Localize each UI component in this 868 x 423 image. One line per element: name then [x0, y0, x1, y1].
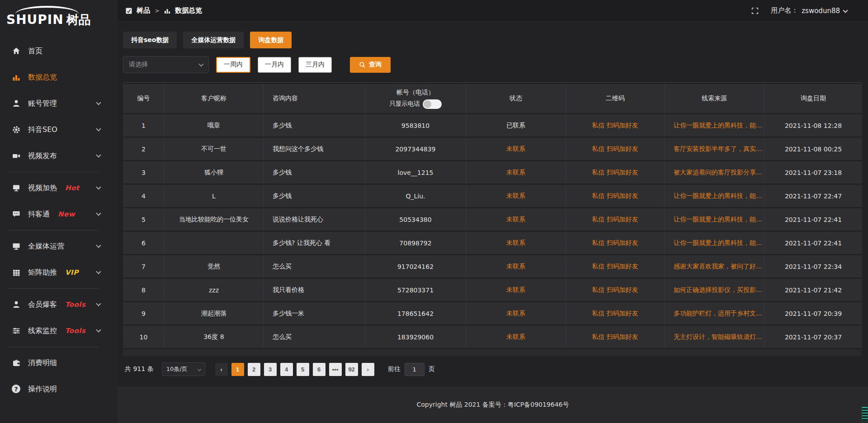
chevron-down-icon: [96, 152, 101, 157]
cell-status: 已联系: [466, 114, 566, 136]
page-button-6[interactable]: 6: [313, 363, 326, 376]
cell-qr-action[interactable]: 私信 扫码加好友: [566, 326, 665, 348]
tab-douyin-seo-data[interactable]: 抖音seo数据: [123, 32, 177, 48]
cell-nickname: [165, 232, 264, 254]
cell-date: 2021-11-07 22:41: [764, 208, 862, 230]
footer: Copyright 树品 2021 备案号：粤ICP备09019646号: [118, 387, 868, 423]
sidebar-item-douyin-seo[interactable]: 抖音SEO: [0, 117, 118, 143]
sidebar-item-data-overview[interactable]: 数据总览: [0, 64, 118, 90]
cell-source-link[interactable]: 让你一眼就爱上的黑科技，能...: [665, 114, 764, 136]
cell-nickname: L: [165, 185, 264, 207]
cell-status: 未联系: [466, 138, 566, 160]
account-select[interactable]: 请选择: [123, 56, 209, 73]
sidebar-divider: [9, 288, 99, 289]
cell-qr-action[interactable]: 私信 扫码加好友: [566, 279, 665, 301]
page-button-5[interactable]: 5: [297, 363, 309, 376]
page-button-1[interactable]: 1: [231, 363, 244, 376]
cell-source-link[interactable]: 感谢大家喜欢我家，被问了好...: [665, 255, 764, 277]
cell-no: 7: [123, 255, 165, 277]
cell-qr-action[interactable]: 私信 扫码加好友: [566, 208, 665, 230]
cell-nickname: 哦章: [165, 114, 264, 136]
sidebar-item-video-heat[interactable]: 视频加热 Hot: [0, 175, 118, 201]
chevron-down-icon: [198, 61, 203, 66]
tab-media-ops-data[interactable]: 全媒体运营数据: [183, 32, 244, 48]
sidebar-item-matrix-boost[interactable]: 矩阵助推 VIP: [0, 259, 118, 286]
goto-page-input[interactable]: [405, 363, 425, 376]
monitor-icon: [12, 183, 21, 193]
sidebar-item-member-baoke[interactable]: 会员爆客 Tools: [0, 291, 118, 318]
topbar-right: 用户名：zswodun88: [751, 6, 847, 15]
page-button-3[interactable]: 3: [264, 363, 277, 376]
sidebar-item-account-mgmt[interactable]: 账号管理: [0, 90, 118, 117]
chevron-down-icon: [96, 269, 101, 274]
sidebar-item-doukeitong[interactable]: 抖客通 New: [0, 201, 118, 227]
table-row: 5 当地比较能吃的一位美女 说说价格让我死心 50534380 未联系 私信 扫…: [123, 208, 862, 230]
next-page-button[interactable]: ›: [362, 363, 374, 376]
query-button[interactable]: 查询: [350, 57, 391, 73]
copyright-text: Copyright 树品 2021 备案号：粤ICP备09019646号: [417, 401, 569, 423]
cell-date: 2021-11-07 22:41: [764, 232, 862, 254]
cell-no: 5: [123, 208, 165, 230]
wallet-icon: [12, 358, 21, 367]
cell-qr-action[interactable]: 私信 扫码加好友: [566, 302, 665, 324]
range-quarter-button[interactable]: 三月内: [298, 57, 332, 73]
fullscreen-icon[interactable]: [751, 7, 759, 15]
sidebar-item-help[interactable]: 操作说明: [0, 376, 118, 402]
cell-content: 多少钱? 让我死心 看: [264, 232, 365, 254]
cell-qr-action[interactable]: 私信 扫码加好友: [566, 255, 665, 277]
cell-nickname: 不可一世: [165, 138, 264, 160]
member-icon: [12, 300, 21, 309]
cell-source-link[interactable]: 如何正确选择投影仪，买投影...: [665, 279, 764, 301]
cell-nickname: 潮起潮落: [165, 302, 264, 324]
cell-qr-action[interactable]: 私信 扫码加好友: [566, 232, 665, 254]
cell-source-link[interactable]: 客厅安装投影半年多了，真实...: [665, 138, 764, 160]
sidebar-item-home[interactable]: 首页: [0, 38, 118, 64]
cell-source-link[interactable]: 让你一眼就爱上的黑科技，能...: [665, 208, 764, 230]
range-month-button[interactable]: 一月内: [258, 57, 291, 73]
breadcrumb-root[interactable]: 树品: [137, 6, 150, 15]
cell-nickname: 狐小狸: [165, 161, 264, 183]
tab-inquiry-data[interactable]: 询盘数据: [250, 32, 292, 48]
cell-date: 2021-11-07 21:42: [764, 279, 862, 301]
more-pages-button[interactable]: •••: [329, 363, 342, 376]
sidebar-item-label: 视频加热: [28, 183, 57, 193]
cell-date: 2021-11-07 22:34: [764, 255, 862, 277]
cell-nickname: 36度 8: [165, 326, 264, 348]
sidebar-item-video-publish[interactable]: 视频发布: [0, 143, 118, 169]
page-button-92[interactable]: 92: [345, 363, 358, 376]
cell-date: 2021-11-07 20:39: [764, 302, 862, 324]
cell-qr-action[interactable]: 私信 扫码加好友: [566, 114, 665, 136]
page-button-2[interactable]: 2: [248, 363, 260, 376]
logo-text-cn: 树品: [66, 13, 91, 27]
sidebar-item-media-ops[interactable]: 全媒体运营: [0, 233, 118, 259]
sidebar-item-label: 全媒体运营: [28, 242, 64, 251]
phone-only-toggle[interactable]: [423, 99, 442, 109]
edge-widget-thumbnail[interactable]: [862, 407, 868, 421]
username-value: zswodun88: [802, 7, 840, 15]
cell-source-link[interactable]: 多功能护栏灯，适用于乡村文...: [665, 302, 764, 324]
col-header-account-title: 帐号（电话）: [396, 89, 434, 97]
sidebar-item-consume-detail[interactable]: 消费明细: [0, 350, 118, 376]
cell-qr-action[interactable]: 私信 扫码加好友: [566, 138, 665, 160]
cell-source-link[interactable]: 让你一眼就爱上的黑科技，能...: [665, 232, 764, 254]
cell-no: 6: [123, 232, 165, 254]
cell-qr-action[interactable]: 私信 扫码加好友: [566, 185, 665, 207]
cell-status: 未联系: [466, 161, 566, 183]
page-size-select[interactable]: 10条/页: [162, 362, 205, 376]
table-row: 9 潮起潮落 多少钱一米 178651642 未联系 私信 扫码加好友 多功能护…: [123, 302, 862, 324]
table-row: 8 zzz 我只看价格 572803371 未联系 私信 扫码加好友 如何正确选…: [123, 279, 862, 301]
page-button-4[interactable]: 4: [280, 363, 293, 376]
cell-source-link[interactable]: 让你一眼就爱上的黑科技，能...: [665, 185, 764, 207]
cell-nickname: 当地比较能吃的一位美女: [165, 208, 264, 230]
user-menu[interactable]: 用户名：zswodun88: [771, 6, 847, 15]
cell-qr-action[interactable]: 私信 扫码加好友: [566, 161, 665, 183]
page-size-value: 10条/页: [166, 365, 188, 373]
sidebar-item-lead-monitor[interactable]: 线索监控 Tools: [0, 318, 118, 344]
page-unit-label: 页: [429, 365, 435, 373]
cell-content: 我只看价格: [264, 279, 365, 301]
cell-content: 多少钱: [264, 185, 365, 207]
prev-page-button[interactable]: ‹: [215, 363, 228, 376]
cell-source-link[interactable]: 被大家追着问的客厅投影分享...: [665, 161, 764, 183]
cell-source-link[interactable]: 无主灯设计，智能磁吸轨道灯...: [665, 326, 764, 348]
range-week-button[interactable]: 一周内: [216, 57, 250, 73]
